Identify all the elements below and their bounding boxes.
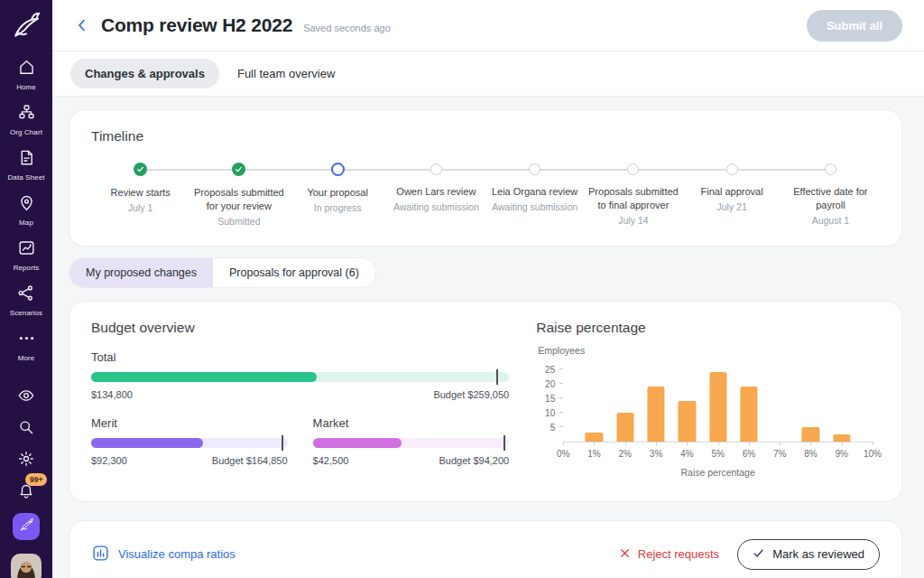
gear-button[interactable] [17,450,35,468]
budget-bar-merit: Merit$92,300Budget $164,850 [91,416,288,466]
budget-bar-name: Market [313,416,510,430]
chart-y-tick [559,368,563,369]
mark-as-reviewed-button[interactable]: Mark as reviewed [737,539,880,570]
timeline-step-subtitle: July 21 [716,200,746,213]
timeline-steps: Review startsJuly 1Proposals submitted f… [91,163,880,228]
budget-bar-total: Total$134,800Budget $259,050 [91,350,509,400]
reports-icon [17,238,36,261]
chart-x-tick-label: 6% [743,449,755,459]
timeline-step-subtitle: Awaiting submission [492,200,578,213]
chart-x-tick-label: 8% [804,449,817,459]
chart-y-tick-label: 10 [545,407,555,417]
budget-bar-track [313,438,510,448]
chart-bar-4 [679,401,696,442]
budget-bar-values: $92,300Budget $164,850 [91,455,288,466]
data-sheet-icon [17,148,36,171]
user-avatar[interactable] [11,554,42,578]
chart-bar-3 [647,387,664,442]
timeline-step-title: Proposals submitted for your review [191,186,287,213]
chart-y-tick [559,397,563,398]
bar-chart-icon [91,544,110,565]
chart-bar-5 [709,372,726,442]
sidebar-item-more[interactable]: More [17,329,36,362]
sidebar-item-label: Home [16,83,36,91]
timeline-step-subtitle: July 14 [618,214,648,227]
subtabs: My proposed changesProposals for approva… [69,257,376,288]
home-icon [17,58,36,80]
reject-requests-button[interactable]: Reject requests [619,547,719,562]
timeline-step-proposals-submitted-to-final-approver: Proposals submitted to final approverJul… [584,163,682,228]
subtab-proposals-for-approval-6[interactable]: Proposals for approval (6) [213,258,375,287]
timeline-step-dot [134,163,147,176]
timeline-step-title: Effective date for payroll [782,185,878,212]
chart-x-tick-label: 7% [773,449,786,459]
sidebar-item-label: Org Chart [10,128,42,136]
chart-bar-6 [740,387,757,442]
sidebar-item-org-chart[interactable]: Org Chart [10,103,42,136]
timeline-title: Timeline [91,128,880,144]
chart-x-tick-label: 10% [864,449,882,459]
budget-bar-values: $42,500Budget $94,200 [313,455,510,466]
budget-bar-track [91,438,288,448]
header: Comp review H2 2022 Saved seconds ago Su… [52,0,924,51]
chart-x-tick [842,442,843,445]
app: HomeOrg ChartData SheetMapReportsScenari… [0,0,924,578]
timeline-step-dot [627,163,639,175]
budget-title: Budget overview [91,320,509,336]
budget-bar-budget-label: Budget $259,050 [433,389,509,400]
budget-bar-fill [313,438,402,448]
scenarios-icon [16,284,35,306]
sidebar-item-map[interactable]: Map [17,193,36,227]
content: Timeline Review startsJuly 1Proposals su… [52,97,924,577]
tab-full-team-overview[interactable]: Full team overview [223,59,349,89]
timeline-step-subtitle: July 1 [128,201,152,214]
chart-x-tick-label: 2% [619,449,632,459]
chart-x-tick [810,442,811,445]
budget-marker [496,369,498,385]
sidebar-nav: HomeOrg ChartData SheetMapReportsScenari… [7,58,44,374]
sidebar-item-data-sheet[interactable]: Data Sheet [7,148,44,182]
tab-bar: Changes & approvalsFull team overview [52,51,924,97]
chart-bar-2 [616,413,633,442]
chat-button[interactable] [13,513,40,540]
check-icon [753,547,764,562]
sidebar-item-label: Map [19,219,33,227]
eye-button[interactable] [17,387,35,405]
sidebar-footer: 99+ [11,387,42,578]
timeline-step-dot [232,163,245,176]
timeline-card: Timeline Review startsJuly 1Proposals su… [69,109,902,247]
overview-card: Budget overview Total$134,800Budget $259… [69,301,902,502]
chart-plot: 510152025 [563,365,873,443]
pave-logo-icon[interactable] [9,9,43,43]
chart-x-tick [749,442,750,445]
page-title: Comp review H2 2022 [101,14,292,36]
sidebar-item-home[interactable]: Home [16,58,36,91]
submit-all-button[interactable]: Submit all [807,10,902,42]
chart-y-tick [559,426,563,427]
tab-changes-approvals[interactable]: Changes & approvals [70,59,219,89]
budget-bar-values: $134,800Budget $259,050 [91,389,509,400]
sidebar-item-reports[interactable]: Reports [14,238,40,272]
visualize-compa-ratios-label: Visualize compa ratios [118,547,236,561]
notifications-button[interactable]: 99+ [17,481,35,499]
chart-x-tick [594,442,595,445]
timeline-step-final-approval: Final approvalJuly 21 [683,163,781,228]
timeline-step-owen-lars-review: Owen Lars reviewAwaiting submission [387,163,485,228]
back-button[interactable] [74,17,90,33]
budget-marker [504,435,505,451]
timeline-step-dot [825,163,836,175]
main-area: Comp review H2 2022 Saved seconds ago Su… [52,0,924,578]
timeline-step-title: Review starts [111,186,171,200]
timeline-step-title: Your proposal [307,186,367,200]
more-icon [17,329,36,351]
subtab-my-proposed-changes[interactable]: My proposed changes [69,258,213,287]
visualize-compa-ratios-link[interactable]: Visualize compa ratios [91,544,236,565]
timeline-step-dot [430,163,442,175]
budget-bar-name: Merit [91,416,288,430]
chart-x-axis-label: Raise percentage [563,467,873,478]
save-status: Saved seconds ago [303,23,391,33]
timeline-step-dot [331,163,345,176]
sidebar-item-scenarios[interactable]: Scenarios [10,284,42,317]
search-button[interactable] [17,418,35,436]
timeline-step-review-starts: Review startsJuly 1 [91,163,189,228]
